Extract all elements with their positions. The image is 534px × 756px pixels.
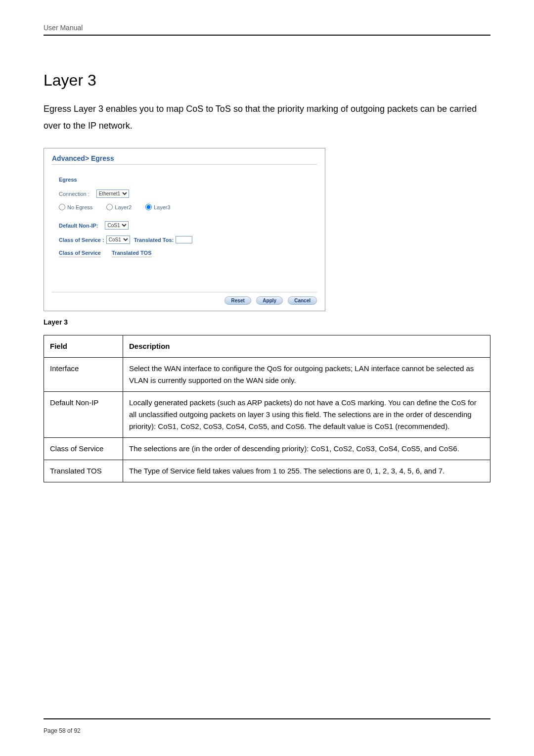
table-row: Interface Select the WAN interface to co… [44, 358, 490, 392]
th-translated-tos: Translated TOS [112, 250, 152, 257]
th-class-of-service: Class of Service [59, 250, 101, 257]
radio-no-egress[interactable]: No Egress [59, 204, 92, 210]
radio-no-egress-input[interactable] [59, 204, 65, 210]
screenshot-title: Advanced> Egress [52, 154, 317, 165]
default-nonip-row: Default Non-IP: CoS1 [59, 221, 317, 230]
egress-screenshot: Advanced> Egress Egress Connection : Eth… [44, 148, 325, 311]
cancel-button[interactable]: Cancel [288, 296, 317, 305]
th-field: Field [44, 335, 123, 358]
table-row: Class of Service The selections are (in … [44, 438, 490, 460]
cos-select[interactable]: CoS1 [106, 236, 130, 244]
connection-select[interactable]: Ethernet1 [96, 189, 129, 198]
radio-layer2-input[interactable] [106, 204, 113, 210]
cell-field: Class of Service [44, 438, 123, 460]
cell-desc: Select the WAN interface to configure th… [123, 358, 490, 392]
header-label: User Manual [44, 24, 490, 32]
cos-label: Class of Service : [59, 237, 104, 243]
intro-paragraph: Egress Layer 3 enables you to map CoS to… [44, 100, 490, 134]
cell-field: Translated TOS [44, 460, 123, 482]
egress-heading: Egress [59, 177, 317, 183]
radio-layer2[interactable]: Layer2 [106, 204, 132, 210]
cell-desc: The selections are (in the order of desc… [123, 438, 490, 460]
default-nonip-label: Default Non-IP: [59, 223, 98, 229]
cell-desc: Locally generated packets (such as ARP p… [123, 392, 490, 438]
section-title: Layer 3 [44, 71, 490, 90]
figure-caption: Layer 3 [44, 318, 490, 326]
connection-row: Connection : Ethernet1 [59, 189, 317, 198]
apply-button[interactable]: Apply [256, 296, 283, 305]
radio-no-egress-label: No Egress [67, 204, 92, 210]
th-description: Description [123, 335, 490, 358]
radio-layer3-label: Layer3 [154, 204, 171, 210]
button-row: Reset Apply Cancel [52, 292, 317, 305]
radio-layer3[interactable]: Layer3 [145, 204, 171, 210]
egress-mode-radios: No Egress Layer2 Layer3 [59, 204, 317, 210]
table-row: Default Non-IP Locally generated packets… [44, 392, 490, 438]
connection-label: Connection : [59, 191, 89, 197]
reset-button[interactable]: Reset [224, 296, 251, 305]
header-rule [44, 35, 490, 36]
cos-row: Class of Service : CoS1 Translated Tos: [59, 236, 317, 244]
translated-tos-input[interactable] [176, 236, 192, 243]
table-row: Translated TOS The Type of Service field… [44, 460, 490, 482]
translated-tos-label: Translated Tos: [134, 237, 174, 243]
page-footer: Page 58 of 92 [44, 718, 490, 734]
field-description-table: Field Description Interface Select the W… [44, 335, 490, 482]
footer-rule [44, 718, 490, 719]
cos-table-header: Class of Service Translated TOS [59, 250, 317, 257]
cell-field: Interface [44, 358, 123, 392]
default-nonip-select[interactable]: CoS1 [105, 221, 129, 230]
radio-layer3-input[interactable] [145, 204, 152, 210]
radio-layer2-label: Layer2 [115, 204, 132, 210]
page-number: Page 58 of 92 [44, 727, 490, 734]
cell-desc: The Type of Service field takes values f… [123, 460, 490, 482]
cell-field: Default Non-IP [44, 392, 123, 438]
